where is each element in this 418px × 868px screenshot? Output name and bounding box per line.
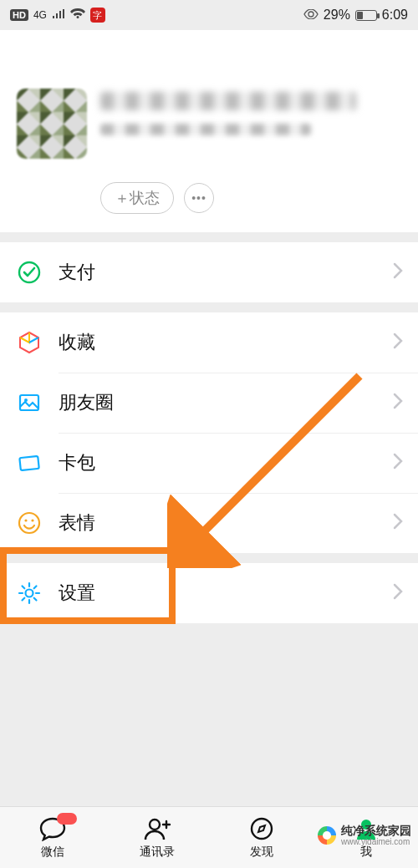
tab-chats[interactable]: 微信 (0, 807, 104, 868)
row-label: 收藏 (59, 330, 393, 355)
status-button[interactable]: ＋状态 (100, 182, 174, 214)
clock: 6:09 (382, 8, 408, 23)
status-bar: HD 4G 字 29% 6:09 (0, 0, 418, 30)
hd-badge: HD (10, 9, 28, 21)
svg-point-11 (361, 820, 371, 830)
section-settings: 设置 (0, 563, 418, 623)
tab-label: 我 (360, 845, 372, 860)
tab-bar: 微信 通讯录 发现 我 (0, 806, 418, 868)
card-icon (15, 449, 43, 477)
unread-badge (57, 813, 77, 825)
pay-icon (15, 258, 43, 287)
svg-point-2 (24, 398, 28, 402)
status-left: HD 4G 字 (10, 8, 105, 23)
battery-percent: 29% (324, 8, 350, 23)
row-label: 支付 (59, 260, 393, 285)
cube-icon (15, 328, 43, 357)
gallery-icon (15, 388, 43, 417)
row-label: 表情 (59, 510, 393, 536)
row-settings[interactable]: 设置 (0, 563, 418, 623)
section-features: 收藏 朋友圈 卡包 表情 (0, 312, 418, 553)
row-favorites[interactable]: 收藏 (0, 312, 418, 373)
battery-icon (355, 10, 377, 21)
svg-point-7 (26, 590, 33, 597)
chevron-right-icon (393, 393, 403, 413)
chevron-right-icon (393, 583, 403, 603)
discover-icon (249, 816, 274, 841)
profile-section[interactable]: ＋状态 ••• (0, 30, 418, 232)
chevron-right-icon (393, 262, 403, 282)
svg-rect-1 (20, 395, 38, 410)
tab-label: 通讯录 (140, 845, 175, 860)
tab-discover[interactable]: 发现 (209, 807, 314, 868)
status-right: 29% 6:09 (303, 8, 408, 23)
app-badge-icon: 字 (90, 8, 105, 23)
eye-icon (303, 8, 319, 23)
emoji-icon (15, 509, 43, 537)
row-label: 卡包 (59, 450, 393, 475)
row-pay[interactable]: 支付 (0, 242, 418, 302)
chevron-right-icon (393, 453, 403, 473)
svg-point-4 (19, 513, 39, 533)
tab-contacts[interactable]: 通讯录 (104, 807, 209, 868)
row-moments[interactable]: 朋友圈 (0, 373, 418, 433)
tab-label: 发现 (250, 845, 273, 860)
contacts-icon (143, 816, 171, 841)
signal-icon (52, 8, 65, 23)
tab-me[interactable]: 我 (314, 807, 418, 868)
profile-id (100, 124, 311, 135)
section-pay: 支付 (0, 242, 418, 302)
me-icon (354, 816, 379, 841)
row-label: 设置 (59, 581, 393, 606)
avatar[interactable] (17, 89, 87, 159)
svg-point-5 (24, 519, 27, 521)
row-cards[interactable]: 卡包 (0, 433, 418, 493)
tab-label: 微信 (41, 845, 64, 860)
wifi-icon (70, 8, 85, 23)
svg-point-6 (31, 519, 33, 521)
svg-point-9 (150, 820, 160, 830)
profile-name (100, 92, 356, 110)
svg-point-10 (252, 819, 272, 839)
more-button[interactable]: ••• (184, 183, 214, 213)
chevron-right-icon (393, 332, 403, 353)
svg-rect-3 (19, 456, 38, 470)
row-label: 朋友圈 (59, 390, 393, 415)
network-type: 4G (33, 9, 47, 21)
row-stickers[interactable]: 表情 (0, 493, 418, 553)
chat-icon (38, 816, 67, 841)
profile-info (100, 89, 401, 149)
chevron-right-icon (393, 513, 403, 533)
settings-icon (15, 579, 43, 607)
